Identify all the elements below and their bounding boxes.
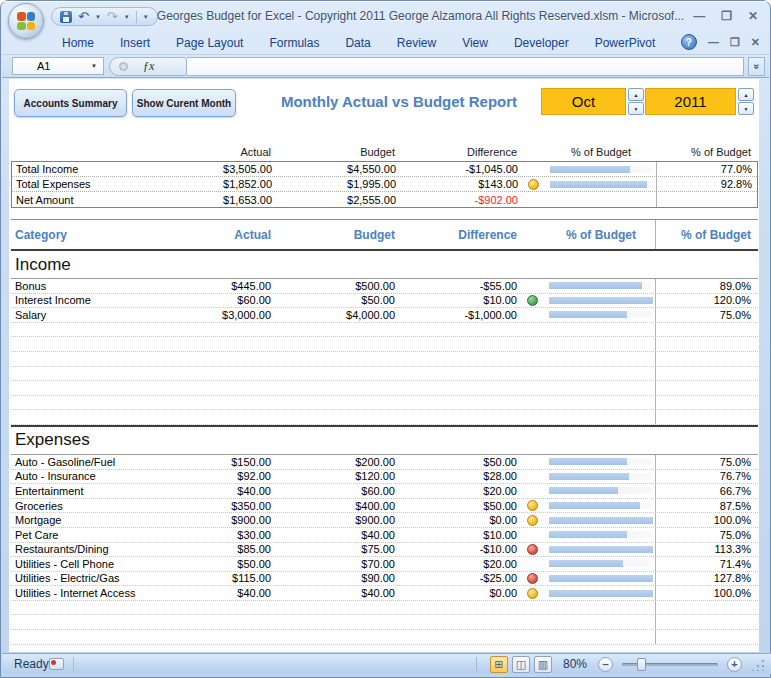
actual-value: $1,653.00	[162, 194, 272, 206]
budget-value: $40.00	[271, 529, 395, 541]
data-bar	[550, 181, 647, 188]
status-green-dot-icon	[527, 295, 538, 306]
table-row: Bonus$445.00$500.00-$55.0089.0%	[11, 279, 758, 294]
ribbon-tab-page-layout[interactable]: Page Layout	[163, 34, 256, 52]
month-up-button[interactable]: ▲	[628, 88, 644, 101]
status-dot-cell	[517, 601, 547, 615]
status-dot-cell	[517, 294, 547, 308]
formula-input[interactable]	[187, 57, 744, 76]
year-down-button[interactable]: ▼	[738, 102, 754, 115]
maximize-button[interactable]: ❐	[721, 9, 732, 23]
ribbon-tab-powerpivot[interactable]: PowerPivot	[582, 34, 669, 52]
actual-value: $445.00	[161, 280, 271, 292]
status-dot-cell	[517, 396, 547, 410]
row-label: Auto - Gasoline/Fuel	[11, 456, 161, 468]
help-icon[interactable]: ?	[681, 34, 697, 50]
ribbon-tab-insert[interactable]: Insert	[107, 34, 163, 52]
table-row: Groceries$350.00$400.00$50.0087.5%	[11, 499, 758, 514]
minimize-button[interactable]: —	[693, 9, 705, 23]
status-dot-cell	[517, 615, 547, 629]
data-bar	[549, 575, 653, 582]
status-dot-cell	[518, 177, 548, 191]
data-bar	[549, 458, 627, 465]
name-box[interactable]: A1 ▼	[12, 57, 104, 75]
percent-value: 76.7%	[655, 470, 758, 484]
table-row: Salary$3,000.00$4,000.00-$1,000.0075.0%	[11, 308, 758, 323]
budget-value: $50.00	[271, 294, 395, 306]
excel-window: ↶ ▼ ↷ ▼ ▼ Georges Budget for Excel - Cop…	[0, 0, 771, 678]
workbook-close-button[interactable]: ✕	[751, 36, 760, 49]
month-down-button[interactable]: ▼	[628, 102, 644, 115]
worksheet: Accounts Summary Show Curent Month Month…	[9, 79, 759, 652]
save-icon[interactable]	[60, 11, 72, 23]
budget-value: $120.00	[271, 470, 395, 482]
show-current-month-button[interactable]: Show Curent Month	[132, 89, 236, 117]
ribbon-tab-formulas[interactable]: Formulas	[256, 34, 332, 52]
budget-value: $1,995.00	[272, 178, 396, 190]
redo-icon[interactable]: ↷	[107, 10, 118, 23]
view-page-break-button[interactable]: ▥	[534, 656, 552, 673]
insert-function-area: ƒx	[109, 57, 187, 76]
actual-value: $3,505.00	[162, 163, 272, 175]
status-dot-cell	[517, 381, 547, 395]
macro-record-icon[interactable]	[49, 658, 64, 670]
close-button[interactable]: ✕	[748, 9, 758, 23]
actual-value: $3,000.00	[161, 309, 271, 321]
data-bar	[549, 297, 653, 304]
row-label: Utilities - Internet Access	[11, 587, 161, 599]
month-spinner: ▲ ▼	[628, 88, 644, 115]
ribbon-tab-data[interactable]: Data	[332, 34, 383, 52]
budget-bar-cell	[547, 381, 655, 395]
redo-dropdown-icon[interactable]: ▼	[124, 14, 130, 20]
name-box-dropdown-icon[interactable]: ▼	[91, 63, 97, 69]
office-button[interactable]	[8, 3, 44, 39]
status-dot-cell	[517, 630, 547, 644]
zoom-out-button[interactable]: –	[598, 657, 613, 672]
customize-qat-icon[interactable]: ▼	[143, 14, 149, 20]
undo-dropdown-icon[interactable]: ▼	[95, 14, 101, 20]
function-circle-icon	[119, 62, 128, 71]
zoom-level[interactable]: 80%	[563, 657, 587, 671]
empty-row	[11, 615, 758, 630]
percent-value	[655, 323, 758, 337]
zoom-slider[interactable]	[622, 663, 718, 666]
actual-value: $115.00	[161, 572, 271, 584]
data-bar	[549, 282, 642, 289]
budget-value: $400.00	[271, 500, 395, 512]
percent-value: 75.0%	[655, 455, 758, 469]
actual-value: $30.00	[161, 529, 271, 541]
ribbon-tab-developer[interactable]: Developer	[501, 34, 582, 52]
workbook-minimize-button[interactable]: —	[708, 36, 719, 48]
resize-grip-icon[interactable]	[752, 658, 765, 671]
view-page-layout-button[interactable]: ◫	[512, 656, 530, 673]
difference-value: $143.00	[396, 178, 518, 190]
accounts-summary-button[interactable]: Accounts Summary	[14, 89, 127, 117]
status-dot-cell	[517, 499, 547, 513]
zoom-in-button[interactable]: +	[727, 657, 742, 672]
ribbon-tab-review[interactable]: Review	[384, 34, 449, 52]
data-bar	[549, 590, 653, 597]
section-header-income: Income	[11, 249, 758, 279]
status-red-dot-icon	[527, 573, 538, 584]
year-up-button[interactable]: ▲	[738, 88, 754, 101]
year-selector[interactable]: 2011	[645, 88, 736, 115]
actual-value: $40.00	[161, 485, 271, 497]
zoom-slider-thumb[interactable]	[637, 658, 646, 671]
view-normal-button[interactable]: ⊞	[490, 656, 508, 673]
percent-value	[655, 367, 758, 381]
percent-value	[655, 352, 758, 366]
table-row: Utilities - Electric/Gas$115.00$90.00-$2…	[11, 572, 758, 587]
workbook-restore-button[interactable]: ❐	[730, 36, 740, 49]
insert-function-button[interactable]: ƒx	[143, 59, 154, 74]
ribbon-tab-view[interactable]: View	[449, 34, 501, 52]
budget-bar-cell	[547, 294, 655, 308]
expand-formula-bar-button[interactable]: »	[748, 57, 765, 76]
month-selector[interactable]: Oct	[541, 88, 626, 115]
budget-value: $4,000.00	[271, 309, 395, 321]
office-logo-icon	[17, 12, 35, 30]
empty-row	[11, 410, 758, 425]
undo-icon[interactable]: ↶	[78, 10, 89, 23]
divider	[476, 657, 477, 671]
empty-row	[11, 381, 758, 396]
ribbon-tab-home[interactable]: Home	[49, 34, 107, 52]
